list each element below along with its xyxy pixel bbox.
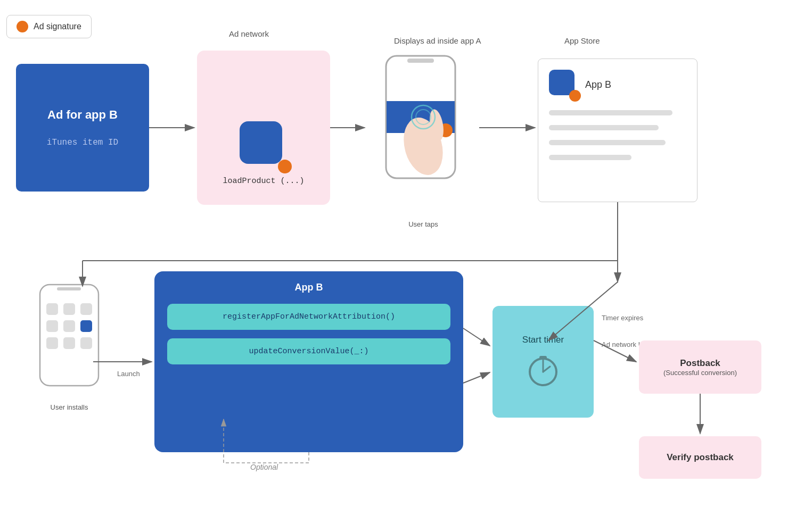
ad-network-box: loadProduct (...): [197, 51, 330, 205]
ad-box-title: Ad for app B: [47, 108, 118, 122]
postback-subtitle: (Successful conversion): [663, 369, 737, 377]
svg-rect-16: [46, 337, 58, 349]
appstore-line-4: [549, 155, 631, 160]
svg-rect-9: [57, 287, 81, 290]
ad-network-blue-rect: [240, 121, 282, 164]
svg-rect-12: [80, 303, 92, 315]
method-update: updateConversionValue(_:): [167, 338, 450, 364]
app-store-box: App B: [538, 59, 697, 202]
small-phone-area: User installs: [16, 282, 122, 411]
app-b-title: App B: [167, 282, 450, 293]
svg-rect-1: [407, 59, 434, 63]
appstore-line-3: [549, 140, 666, 145]
timer-label: Start timer: [522, 335, 564, 345]
postback-title: Postback: [680, 358, 720, 369]
method-register-text: registerAppForAdNetworkAttribution(): [223, 312, 395, 321]
legend-label: Ad signature: [34, 22, 81, 31]
ad-signature-dot-1: [278, 160, 292, 173]
ad-network-icon: [240, 121, 288, 169]
svg-rect-18: [80, 337, 92, 349]
user-installs-label: User installs: [51, 403, 88, 411]
svg-rect-14: [63, 320, 75, 332]
app-store-app-icon: [549, 70, 579, 99]
method-update-text: updateConversionValue(_:): [249, 347, 368, 356]
svg-rect-13: [46, 320, 58, 332]
ad-for-app-b-box: Ad for app B iTunes item ID: [16, 64, 149, 192]
phone-display-svg: [365, 53, 482, 218]
postback-box: Postback (Successful conversion): [639, 340, 761, 394]
svg-rect-15: [80, 320, 92, 332]
svg-line-34: [463, 328, 490, 346]
start-timer-box: Start timer: [492, 306, 594, 418]
app-store-section-label: App Store: [564, 36, 600, 45]
legend-dot: [17, 21, 28, 32]
load-product-code: loadProduct (...): [223, 177, 304, 186]
app-b-box: App B registerAppForAdNetworkAttribution…: [154, 271, 463, 452]
verify-postback-box: Verify postback: [639, 436, 761, 479]
svg-rect-17: [63, 337, 75, 349]
method-register: registerAppForAdNetworkAttribution(): [167, 304, 450, 330]
app-icon-orange-dot: [569, 90, 581, 102]
displays-ad-label: Displays ad inside app A: [394, 36, 481, 45]
phone-display-area: User taps: [362, 53, 485, 229]
legend: Ad signature: [6, 15, 92, 38]
appstore-line-2: [549, 125, 659, 130]
verify-postback-title: Verify postback: [667, 452, 734, 463]
optional-label: Optional: [250, 463, 278, 471]
small-phone-svg: [35, 282, 104, 399]
ad-box-subtitle: iTunes item ID: [47, 138, 118, 147]
user-taps-label: User taps: [408, 220, 438, 228]
svg-rect-11: [63, 303, 75, 315]
ad-network-section-label: Ad network: [229, 29, 269, 38]
svg-rect-8: [40, 285, 98, 386]
app-store-app-name: App B: [585, 79, 611, 90]
timer-icon: [524, 352, 562, 389]
launch-label: Launch: [117, 370, 140, 378]
svg-line-21: [543, 367, 550, 372]
diagram-container: Ad signature Ad for app B iTunes item ID…: [0, 0, 788, 532]
timer-expires-label: Timer expires: [602, 314, 643, 322]
svg-line-35: [463, 372, 490, 383]
appstore-line-1: [549, 110, 672, 115]
svg-rect-10: [46, 303, 58, 315]
